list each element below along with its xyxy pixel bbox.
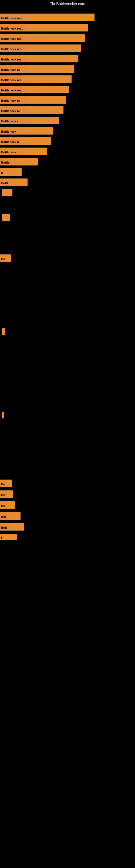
bottleneck-label: Bo: [0, 490, 6, 498]
bottleneck-label: Bottleneck n: [0, 137, 26, 145]
bottleneck-bar: [0, 328, 5, 335]
bar-line: [2, 328, 5, 335]
bottleneck-label: Bott: [0, 523, 11, 531]
bottleneck-bar: Bottleneck n: [0, 137, 51, 145]
bar-line: [28, 34, 85, 42]
bottleneck-label: Bottleneck r: [0, 117, 27, 124]
bar-line: [28, 96, 66, 104]
bar-line: [28, 106, 63, 114]
bar-line: [10, 512, 20, 520]
bottleneck-label: Bottleneck res: [0, 55, 28, 62]
bar-line: [24, 148, 47, 155]
bar-line: [2, 189, 12, 196]
bottleneck-label: Bottleneck res: [0, 44, 28, 52]
bar-line: [6, 490, 13, 498]
bottleneck-label: Bo: [0, 254, 6, 262]
bottleneck-bar: [0, 189, 12, 196]
bar-line: [28, 55, 78, 62]
bottleneck-label: Bottlen: [0, 158, 18, 165]
bottleneck-label: Bottleneck resu: [0, 24, 28, 31]
bottleneck-label: Bottleneck: [0, 127, 24, 134]
bottleneck-bar: Bottleneck: [0, 127, 53, 134]
bar-line: [27, 117, 59, 124]
bottleneck-bar: Bot: [0, 512, 20, 520]
bar-line: [6, 254, 11, 262]
bar-line: [18, 158, 38, 165]
bottleneck-bar: Bottleneck r: [0, 117, 59, 124]
bottleneck-label: Bottleneck re: [0, 96, 28, 104]
bottleneck-label: Bottleneck: [0, 148, 24, 155]
bottleneck-bar: Bott: [0, 523, 24, 531]
site-title: TheBottlenecker.com: [0, 0, 135, 8]
bottleneck-bar: B: [0, 534, 17, 540]
bar-line: [5, 168, 21, 176]
bottleneck-label: Bottleneck res: [0, 86, 28, 93]
bar-line: [2, 214, 10, 221]
bar-line: [28, 13, 94, 21]
bar-line: [24, 127, 53, 134]
bottleneck-bar: Bottleneck resu: [0, 24, 88, 31]
bottleneck-label: Bo: [0, 479, 6, 487]
bar-line: [2, 534, 17, 540]
bottleneck-label: Bottleneck res: [0, 13, 28, 21]
bar-line: [6, 479, 12, 487]
bottleneck-bar: Bottleneck re: [0, 65, 74, 73]
bottleneck-bar: Bo: [0, 490, 13, 498]
bottleneck-label: Bottl: [0, 179, 14, 186]
bottleneck-bar: B: [0, 168, 21, 176]
bar-line: [2, 412, 4, 418]
bottleneck-bar: Bottleneck res: [0, 44, 81, 52]
bottleneck-bar: Bo: [0, 501, 15, 509]
bottleneck-label: B: [0, 168, 5, 176]
bar-line: [28, 65, 74, 73]
bottleneck-bar: Bo: [0, 254, 11, 262]
bottleneck-bar: Bottleneck: [0, 148, 47, 155]
bottleneck-label: Bot: [0, 512, 10, 520]
bottleneck-bar: Bottleneck re: [0, 106, 63, 114]
bottleneck-bar: Bottleneck res: [0, 13, 94, 21]
bottleneck-bar: Bottleneck res: [0, 75, 72, 83]
bottleneck-label: Bottleneck res: [0, 34, 28, 42]
bottleneck-label: Bottleneck res: [0, 75, 28, 83]
bar-line: [11, 523, 24, 531]
bottleneck-bar: Bottlen: [0, 158, 38, 165]
bar-line: [28, 24, 88, 31]
bar-line: [6, 501, 15, 509]
bar-line: [28, 75, 72, 83]
bottleneck-bar: Bottleneck res: [0, 34, 85, 42]
bottleneck-bar: [0, 412, 4, 418]
bar-line: [28, 86, 69, 93]
bar-line: [26, 137, 51, 145]
bottleneck-label: Bottleneck re: [0, 65, 28, 73]
bottleneck-bar: [0, 214, 10, 221]
bottleneck-bar: Bottleneck re: [0, 96, 66, 104]
bottleneck-bar: Bottleneck res: [0, 55, 78, 62]
bar-line: [28, 44, 81, 52]
bottleneck-bar: Bo: [0, 479, 12, 487]
bottleneck-bar: Bottl: [0, 179, 28, 186]
bar-line: [14, 179, 28, 186]
bottleneck-label: Bottleneck re: [0, 106, 28, 114]
bottleneck-label: Bo: [0, 501, 6, 509]
bottleneck-bar: Bottleneck res: [0, 86, 69, 93]
bottleneck-label: B: [0, 534, 2, 540]
